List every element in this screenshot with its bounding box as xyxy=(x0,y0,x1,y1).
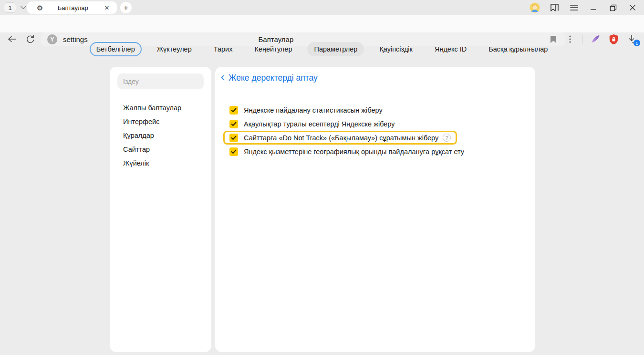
sidebar-item[interactable]: Интерфейс xyxy=(123,115,204,128)
setting-row: Сайттарға «Do Not Track» («Бақыламау») с… xyxy=(223,131,457,145)
setting-row: Ақаулықтар туралы есептерді Яндекске жіб… xyxy=(223,117,396,131)
sidebar-section-list: Жалпы баптауларИнтерфейсҚұралдарСайттарЖ… xyxy=(117,101,204,170)
sidebar-item-label: Сайттар xyxy=(123,146,150,153)
window-maximize-button[interactable] xyxy=(607,2,619,13)
panels-icon xyxy=(550,3,559,12)
tab-close-button[interactable]: ✕ xyxy=(103,3,111,12)
settings-nav-tab-default[interactable]: Яндекс ID xyxy=(428,42,473,56)
chevron-down-icon xyxy=(21,6,26,10)
nav-tab-label: Қауіпсіздік xyxy=(379,45,413,53)
tab-bar: 1 ⚙ Баптаулар ✕ + xyxy=(0,0,644,15)
back-arrow-icon xyxy=(8,36,16,42)
setting-label: Яндекс қызметтеріне географиялық орынды … xyxy=(244,148,464,156)
avatar-icon xyxy=(530,2,540,13)
window-close-button[interactable] xyxy=(627,2,638,13)
nav-tab-label: Басқа құрылғылар xyxy=(488,45,548,53)
settings-nav-tab-default[interactable]: Тарих xyxy=(207,42,239,56)
settings-main-panel: ‹ Жеке деректерді аптау Яндекске пайдала… xyxy=(215,67,535,352)
nav-tab-label: Кеңейтулер xyxy=(254,45,292,53)
setting-row: Яндекс қызметтеріне географиялық орынды … xyxy=(223,145,466,158)
sidebar-item[interactable]: Жүйелік xyxy=(123,156,204,170)
back-chevron-icon[interactable]: ‹ xyxy=(221,72,224,83)
settings-sidebar: Жалпы баптауларИнтерфейсҚұралдарСайттарЖ… xyxy=(110,67,211,352)
checkmark-icon xyxy=(231,136,237,140)
settings-nav-tabs: БетбелгілерЖүктеулерТарихКеңейтулерПарам… xyxy=(0,42,644,56)
hamburger-menu-icon xyxy=(570,4,578,11)
gear-icon: ⚙ xyxy=(37,4,43,11)
browser-tab-settings[interactable]: ⚙ Баптаулар ✕ xyxy=(27,1,117,14)
checkmark-icon xyxy=(231,149,237,154)
sidebar-item-label: Жалпы баптаулар xyxy=(123,104,181,112)
setting-label: Яндекске пайдалану статистикасын жіберу xyxy=(244,106,383,114)
sidebar-item-label: Құралдар xyxy=(123,132,154,139)
browser-menu-button[interactable] xyxy=(568,2,580,13)
sidebar-item[interactable]: Сайттар xyxy=(123,142,204,156)
maximize-icon xyxy=(610,4,617,11)
search-input[interactable] xyxy=(117,73,204,89)
sidebar-item[interactable]: Құралдар xyxy=(123,128,204,142)
nav-tab-label: Жүктеулер xyxy=(157,45,192,53)
settings-nav-tab-default[interactable]: Кеңейтулер xyxy=(248,42,299,56)
checkbox-checked[interactable] xyxy=(229,147,238,156)
sidebar-item-label: Жүйелік xyxy=(123,159,149,167)
settings-list: Яндекске пайдалану статистикасын жіберу … xyxy=(215,89,535,158)
checkbox-checked[interactable] xyxy=(229,106,238,115)
tab-title: Баптаулар xyxy=(43,4,103,11)
help-icon[interactable]: ? xyxy=(443,134,451,142)
section-header[interactable]: ‹ Жеке деректерді аптау xyxy=(215,67,535,89)
setting-label: Сайттарға «Do Not Track» («Бақыламау») с… xyxy=(244,134,438,142)
section-heading[interactable]: Жеке деректерді аптау xyxy=(229,73,318,83)
settings-nav-tab-default[interactable]: Қауіпсіздік xyxy=(373,42,419,56)
nav-tab-label: Параметрлер xyxy=(314,45,357,53)
sidebar-item-label: Интерфейс xyxy=(123,118,159,125)
setting-row: Яндекске пайдалану статистикасын жіберу xyxy=(223,103,384,117)
setting-label: Ақаулықтар туралы есептерді Яндекске жіб… xyxy=(244,120,395,128)
sidebar-item[interactable]: Жалпы баптаулар xyxy=(123,101,204,115)
checkmark-icon xyxy=(231,108,237,113)
checkmark-icon xyxy=(231,122,237,126)
settings-nav-tab-default[interactable]: Басқа құрылғылар xyxy=(482,42,554,56)
checkbox-checked[interactable] xyxy=(229,134,238,142)
checkbox-checked[interactable] xyxy=(229,120,238,128)
tab-counter-button[interactable]: 1 xyxy=(4,2,16,13)
settings-nav-tab-default[interactable]: Жүктеулер xyxy=(150,42,198,56)
minimize-icon xyxy=(590,4,597,11)
nav-tab-label: Тарих xyxy=(214,45,233,53)
settings-nav-tab-focused[interactable]: Бетбелгілер xyxy=(90,42,142,56)
side-panels-button[interactable] xyxy=(549,2,560,13)
nav-tab-label: Яндекс ID xyxy=(435,45,467,53)
settings-nav-tab-active[interactable]: Параметрлер xyxy=(307,42,364,56)
profile-avatar[interactable] xyxy=(529,2,540,13)
nav-tab-label: Бетбелгілер xyxy=(96,45,135,53)
window-minimize-button[interactable] xyxy=(588,2,599,13)
close-icon xyxy=(629,4,636,11)
address-bar-row: Y settings Баптаулар xyxy=(0,15,644,32)
new-tab-button[interactable]: + xyxy=(120,2,132,13)
